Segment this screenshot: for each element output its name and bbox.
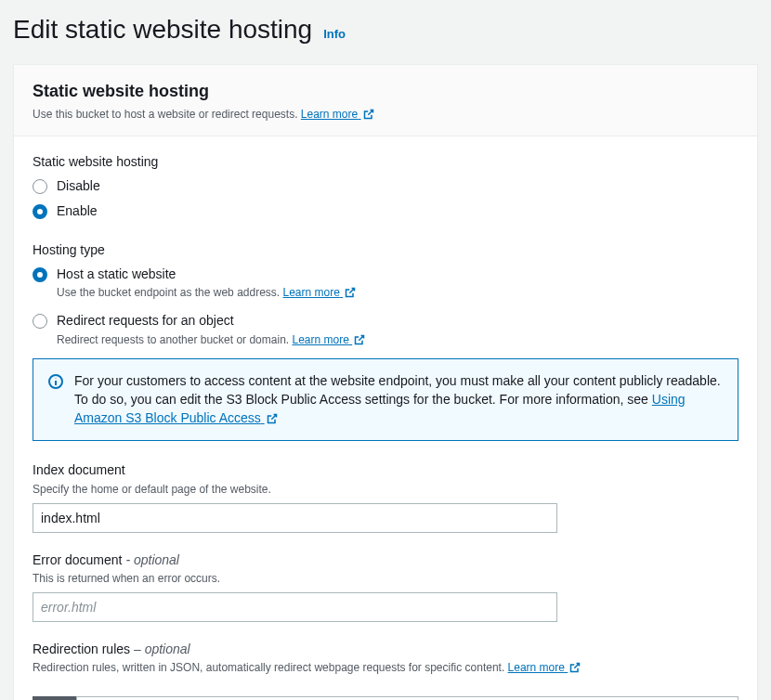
hosting-type-redirect-desc: Redirect requests to another bucket or d… (57, 332, 365, 348)
learn-more-link[interactable]: Learn more (301, 108, 374, 121)
optional-marker: - optional (125, 552, 179, 567)
radio-icon-selected (33, 267, 47, 282)
page-header: Edit static website hosting Info (13, 11, 758, 47)
panel-header: Static website hosting Use this bucket t… (14, 65, 757, 136)
panel-description: Use this bucket to host a website or red… (33, 107, 738, 123)
error-document-input[interactable] (33, 592, 557, 622)
learn-more-link[interactable]: Learn more (508, 661, 582, 674)
page-title: Edit static website hosting (13, 11, 312, 47)
index-document-input[interactable] (33, 503, 557, 533)
redirection-rules-group: Redirection rules – optional Redirection… (33, 641, 738, 700)
error-document-desc: This is returned when an error occurs. (33, 571, 738, 587)
swh-legend: Static website hosting (33, 153, 738, 172)
swh-enable-option[interactable]: Enable (33, 202, 738, 221)
swh-enable-label: Enable (57, 202, 98, 221)
index-document-group: Index document Specify the home or defau… (33, 461, 738, 532)
svg-point-2 (56, 378, 57, 379)
radio-icon-selected (33, 204, 47, 219)
swh-disable-label: Disable (57, 177, 100, 196)
external-link-icon (267, 413, 278, 424)
index-document-desc: Specify the home or default page of the … (33, 482, 738, 498)
learn-more-link[interactable]: Learn more (283, 286, 357, 299)
panel-body: Static website hosting Disable Enable Ho… (14, 136, 757, 700)
hosting-type-static-option[interactable]: Host a static website Use the bucket end… (33, 266, 738, 301)
learn-more-link[interactable]: Learn more (292, 333, 365, 346)
info-link[interactable]: Info (323, 26, 346, 43)
external-link-icon (363, 109, 374, 120)
redirection-rules-editor[interactable]: 1 (33, 696, 738, 700)
public-access-info-box: For your customers to access content at … (33, 358, 738, 441)
info-icon (48, 374, 63, 427)
hosting-type-static-desc: Use the bucket endpoint as the web addre… (57, 285, 356, 301)
panel-desc-text: Use this bucket to host a website or red… (33, 108, 297, 121)
redirection-rules-desc: Redirection rules, written in JSON, auto… (33, 660, 738, 676)
learn-more-text: Learn more (301, 108, 358, 121)
swh-disable-option[interactable]: Disable (33, 177, 738, 196)
hosting-type-static-label: Host a static website (57, 266, 356, 284)
line-number-gutter: 1 (33, 696, 77, 700)
external-link-icon (354, 334, 365, 345)
radio-icon (33, 179, 47, 194)
panel-title: Static website hosting (33, 80, 738, 103)
info-text: For your customers to access content at … (74, 372, 723, 427)
hosting-type-redirect-option[interactable]: Redirect requests for an object Redirect… (33, 312, 738, 347)
static-website-hosting-panel: Static website hosting Use this bucket t… (13, 64, 758, 700)
radio-icon (33, 314, 47, 329)
error-document-label: Error document - optional (33, 551, 738, 570)
hosting-type-redirect-label: Redirect requests for an object (57, 312, 365, 331)
external-link-icon (569, 662, 581, 673)
redirection-rules-label: Redirection rules – optional (33, 641, 738, 659)
error-document-group: Error document - optional This is return… (33, 551, 738, 622)
code-area[interactable] (77, 696, 738, 700)
hosting-type-legend: Hosting type (33, 241, 738, 260)
index-document-label: Index document (33, 461, 738, 480)
external-link-icon (345, 287, 356, 298)
optional-marker: – optional (134, 642, 190, 656)
